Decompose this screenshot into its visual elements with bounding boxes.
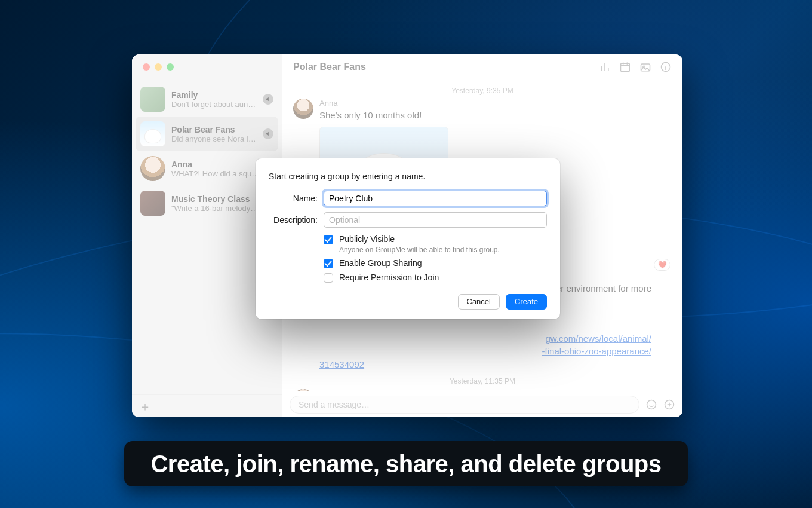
minimize-window-icon[interactable] — [155, 63, 162, 71]
calendar-icon[interactable] — [619, 61, 631, 73]
info-icon[interactable] — [660, 61, 672, 73]
svg-point-4 — [647, 400, 656, 409]
cancel-button[interactable]: Cancel — [458, 294, 500, 310]
close-window-icon[interactable] — [143, 63, 150, 71]
dialog-intro: Start creating a group by entering a nam… — [269, 172, 547, 181]
poll-icon[interactable] — [599, 61, 611, 73]
heart-icon: ❤️ — [658, 261, 667, 269]
publicly-visible-label: Publicly Visible — [339, 234, 395, 244]
sidebar-footer: ＋ — [132, 394, 282, 417]
muted-icon — [263, 94, 273, 105]
message-composer — [282, 391, 682, 417]
publicly-visible-sublabel: Anyone on GroupMe will be able to find t… — [339, 246, 547, 254]
avatar — [140, 156, 165, 181]
fullscreen-window-icon[interactable] — [167, 63, 174, 71]
sender-name: Anna — [319, 99, 672, 108]
add-attachment-icon[interactable] — [663, 399, 675, 411]
reaction-badge[interactable]: ❤️ — [654, 259, 670, 271]
enable-sharing-label: Enable Group Sharing — [339, 258, 422, 268]
sender-name: Joe — [319, 389, 672, 391]
enable-sharing-checkbox[interactable] — [324, 259, 333, 268]
require-permission-checkbox[interactable] — [324, 273, 333, 283]
require-permission-label: Require Permission to Join — [339, 272, 439, 283]
message-link-last[interactable]: 314534092 — [319, 358, 654, 371]
chat-preview: Don't forget about aun… — [171, 100, 257, 109]
chat-item-polar-bear-fans[interactable]: Polar Bear Fans Did anyone see Nora i… — [136, 117, 278, 151]
promo-caption-text: Create, join, rename, share, and delete … — [150, 451, 661, 478]
create-group-dialog: Start creating a group by entering a nam… — [256, 158, 560, 319]
chat-title: Family — [171, 90, 257, 100]
avatar — [140, 121, 165, 146]
timestamp-separator: Yesterday, 9:35 PM — [293, 87, 672, 95]
window-controls — [132, 54, 282, 79]
muted-icon — [263, 128, 273, 139]
message-input[interactable] — [290, 396, 639, 414]
group-name-input[interactable] — [324, 191, 547, 206]
create-button[interactable]: Create — [506, 294, 547, 310]
conversation-header: Polar Bear Fans — [282, 54, 682, 79]
avatar — [140, 87, 165, 112]
emoji-icon[interactable] — [645, 399, 657, 411]
avatar — [293, 99, 313, 119]
avatar — [293, 389, 313, 391]
message-text: She's only 10 months old! — [319, 109, 672, 122]
conversation-title: Polar Bear Fans — [293, 62, 590, 72]
promo-caption: Create, join, rename, share, and delete … — [124, 441, 688, 486]
new-chat-button[interactable]: ＋ — [139, 400, 151, 412]
chat-title: Polar Bear Fans — [171, 125, 257, 134]
svg-rect-0 — [621, 63, 630, 71]
chat-item-family[interactable]: Family Don't forget about aun… — [136, 82, 278, 117]
gallery-icon[interactable] — [639, 61, 651, 73]
chat-preview: Did anyone see Nora i… — [171, 134, 257, 143]
publicly-visible-checkbox[interactable] — [324, 235, 333, 244]
avatar — [140, 191, 165, 216]
description-label: Description: — [269, 215, 318, 225]
message-link-lines[interactable]: gw.com/news/local/animal/ -final-ohio-zo… — [319, 332, 654, 359]
name-label: Name: — [269, 194, 318, 203]
group-description-input[interactable] — [324, 212, 547, 228]
message: Joe Yeah! She drew some big crowds in Oh… — [293, 389, 672, 391]
timestamp-separator: Yesterday, 11:35 PM — [293, 377, 672, 385]
